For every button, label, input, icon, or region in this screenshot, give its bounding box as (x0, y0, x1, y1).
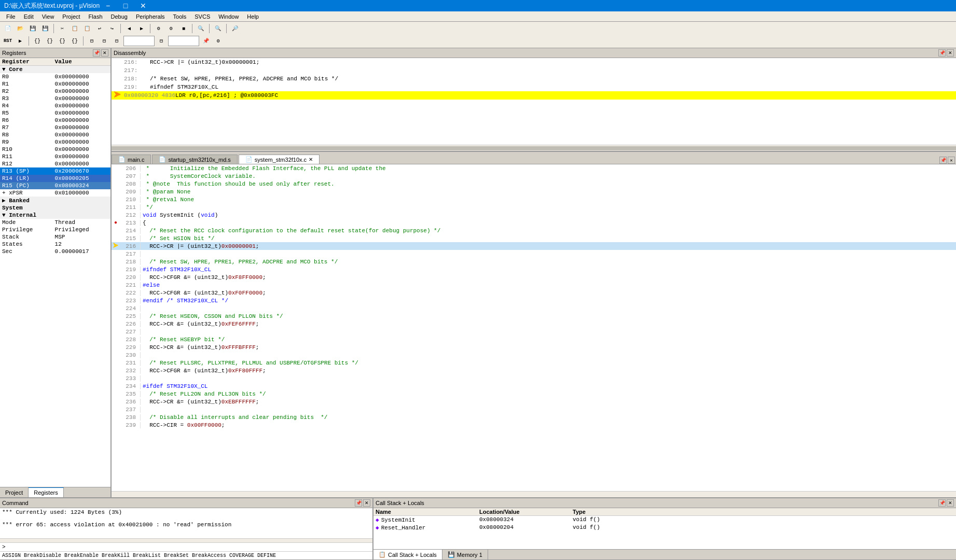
tb-watch[interactable]: ⊟ (99, 35, 110, 47)
tab-label-startup: startup_stm32f10x_md.s (168, 157, 230, 163)
sep1 (53, 24, 54, 33)
tb-zoom[interactable]: 🔎 (229, 23, 241, 34)
tab-close-system[interactable]: ✕ (309, 157, 313, 162)
tab-startup[interactable]: 📄 startup_stm32f10x_md.s (152, 155, 237, 164)
reg-row-pc[interactable]: R15 (PC)0x08000324 (0, 182, 110, 189)
code-line-221: 221 #else (112, 281, 956, 289)
tb-new[interactable]: 📄 (2, 23, 13, 34)
titlebar-controls: − □ ✕ (100, 0, 151, 11)
tb-stop[interactable]: ■ (178, 23, 189, 34)
code-line-233: 233 (112, 374, 956, 382)
cs-row-systeminit[interactable]: ◆SystemInit 0x08000324 void f() (373, 516, 956, 524)
tb-find[interactable]: 🔍 (212, 23, 224, 34)
internal-expand-icon[interactable]: ▼ (2, 212, 6, 218)
menu-window[interactable]: Window (214, 12, 243, 21)
callstack-table-header: Name Location/Value Type (373, 508, 956, 516)
tb-dropdown-2[interactable] (168, 36, 199, 46)
code-pin-btn[interactable]: 📌 (939, 157, 947, 164)
xpsr-expand[interactable]: + (2, 190, 6, 196)
tb-open[interactable]: 📂 (15, 23, 26, 34)
tb-periph[interactable]: ⊟ (156, 35, 167, 47)
tb-save-all[interactable]: 💾 (39, 23, 51, 34)
code-content[interactable]: 206 * Initialize the Embedded Flash Inte… (112, 164, 956, 491)
breakpoint-213[interactable]: ● (114, 220, 117, 226)
callstack-pin-btn[interactable]: 📌 (938, 499, 946, 507)
memory-tab-label: Memory 1 (457, 552, 482, 558)
menu-help[interactable]: Help (243, 12, 263, 21)
tb-save[interactable]: 💾 (27, 23, 38, 34)
gutter-216[interactable]: ⮞ (112, 242, 120, 250)
code-close-btn[interactable]: ✕ (948, 157, 955, 164)
disasm-arrow-none (114, 58, 124, 66)
registers-content[interactable]: Register Value ▼ Core R00x00000000 R10x0… (0, 58, 110, 487)
disasm-scrollbar[interactable] (112, 145, 956, 151)
tab-main-c[interactable]: 📄 main.c (112, 155, 151, 164)
tb-run[interactable]: ▶ (15, 35, 26, 47)
tb-disasm-view[interactable]: ⊟ (86, 35, 98, 47)
tb-step-out[interactable]: {} (57, 35, 68, 47)
tb-pin[interactable]: 📌 (200, 35, 212, 47)
menu-project[interactable]: Project (58, 12, 84, 21)
tb-run-to-cursor[interactable]: {} (69, 35, 80, 47)
tab-callstack-locals[interactable]: 📋 Call Stack + Locals (373, 550, 442, 559)
reg-row-r3: R30x00000000 (0, 95, 110, 102)
core-expand-icon[interactable]: ▼ (2, 66, 6, 73)
tb-rst[interactable]: RST (2, 35, 13, 47)
menu-file[interactable]: File (2, 12, 20, 21)
tb-undo[interactable]: ↩ (94, 23, 105, 34)
disassembly-content[interactable]: 216: RCC->CR |= (uint32_t)0x00000001; 21… (112, 58, 956, 145)
tb-redo[interactable]: ↪ (106, 23, 118, 34)
command-scrollbar[interactable] (0, 538, 372, 542)
tb-build[interactable]: ⚙ (153, 23, 164, 34)
tb-debug[interactable]: 🔍 (195, 23, 206, 34)
code-line-217: 217 (112, 250, 956, 258)
callstack-close-btn[interactable]: ✕ (947, 499, 954, 507)
code-line-227: 227 (112, 328, 956, 335)
tab-memory-1[interactable]: 💾 Memory 1 (442, 550, 488, 559)
command-input[interactable] (8, 544, 370, 550)
gutter-213[interactable]: ● (112, 220, 120, 226)
menu-flash[interactable]: Flash (85, 12, 107, 21)
tb-step-over[interactable]: {} (44, 35, 56, 47)
tb-step-into[interactable]: {} (32, 35, 43, 47)
tb-nav2[interactable]: ▶ (136, 23, 147, 34)
command-close-btn[interactable]: ✕ (363, 499, 370, 507)
callstack-content[interactable]: ◆SystemInit 0x08000324 void f() ◆Reset_H… (373, 516, 956, 549)
code-hscrollbar[interactable] (112, 491, 956, 497)
tb-copy[interactable]: 📋 (69, 23, 80, 34)
callstack-controls: 📌 ✕ (938, 499, 954, 507)
menu-svcs[interactable]: SVCS (190, 12, 214, 21)
menu-tools[interactable]: Tools (169, 12, 191, 21)
cs-row-reset-handler[interactable]: ◆Reset_Handler 0x08000204 void f() (373, 524, 956, 531)
tb-dropdown-1[interactable] (123, 36, 155, 46)
tb-mem[interactable]: ⊟ (111, 35, 122, 47)
sep7 (29, 36, 29, 46)
tab-system[interactable]: 📄 system_stm32f10x.c ✕ (239, 155, 320, 164)
tab-project[interactable]: Project (0, 487, 29, 497)
disasm-close-btn[interactable]: ✕ (947, 49, 954, 57)
reg-row-lr[interactable]: R14 (LR)0x08000205 (0, 175, 110, 182)
disasm-hscroll[interactable] (112, 146, 956, 150)
menu-view[interactable]: View (38, 12, 59, 21)
menu-debug[interactable]: Debug (107, 12, 132, 21)
menu-peripherals[interactable]: Peripherals (132, 12, 169, 21)
disasm-pin-btn[interactable]: 📌 (938, 49, 946, 57)
maximize-button[interactable]: □ (117, 0, 134, 11)
minimize-button[interactable]: − (100, 0, 116, 11)
command-pin-btn[interactable]: 📌 (355, 499, 362, 507)
reg-row-sp[interactable]: R13 (SP)0x20000670 (0, 167, 110, 175)
registers-close-btn[interactable]: ✕ (101, 49, 108, 57)
tb-rebuild[interactable]: ⚙ (165, 23, 177, 34)
code-line-235: 235 /* Reset PLL2ON and PLL3ON bits */ (112, 390, 956, 398)
registers-pin-btn[interactable]: 📌 (93, 49, 100, 57)
reg-header-row: Register Value (0, 58, 110, 66)
banked-expand-icon[interactable]: ▶ (2, 198, 6, 204)
menu-edit[interactable]: Edit (20, 12, 38, 21)
close-button[interactable]: ✕ (135, 0, 151, 11)
tab-registers[interactable]: Registers (29, 487, 63, 497)
tb-settings[interactable]: ⚙ (213, 35, 224, 47)
tb-cut[interactable]: ✂ (57, 23, 68, 34)
tb-paste[interactable]: 📋 (81, 23, 93, 34)
tb-nav1[interactable]: ◀ (123, 23, 135, 34)
reg-row-r6: R60x00000000 (0, 117, 110, 124)
